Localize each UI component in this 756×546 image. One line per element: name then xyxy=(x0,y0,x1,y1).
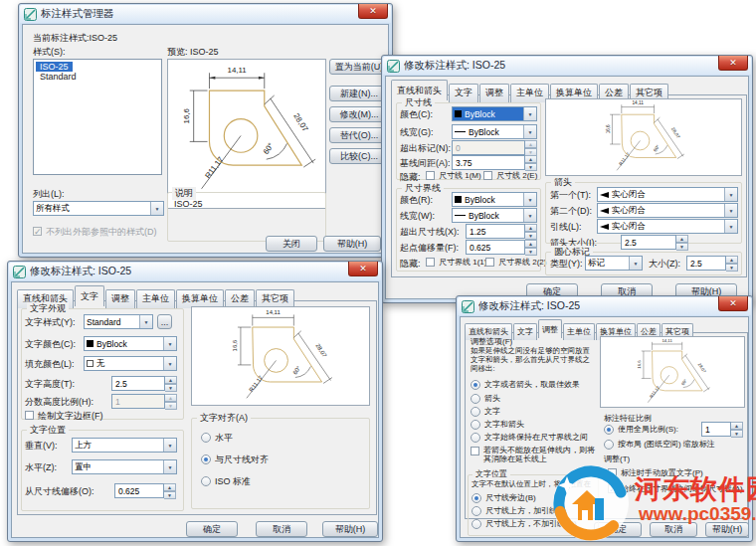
tab[interactable]: 主单位 xyxy=(136,289,175,308)
arrow-size-spinner[interactable]: 2.5 ▲▼ xyxy=(621,235,688,250)
chevron-down-icon[interactable]: ▼ xyxy=(523,125,536,138)
help-button[interactable]: 帮助(H) xyxy=(323,236,381,252)
suppress-ext-line1-checkbox[interactable]: 尺寸界线 1(1) xyxy=(426,257,486,268)
center-mark-size-spinner[interactable]: 2.5 ▲▼ xyxy=(686,256,738,271)
suppress-dim-line2-checkbox[interactable]: 尺寸线 2(E) xyxy=(483,170,537,181)
dim-line-color-select[interactable]: ByBlock ▼ xyxy=(452,106,537,121)
titlebar[interactable]: 修改标注样式: ISO-25 xyxy=(383,57,751,75)
spinner-value[interactable]: 0.625 xyxy=(466,240,525,255)
titlebar[interactable]: 修改标注样式: ISO-25 xyxy=(9,263,381,280)
help-button[interactable]: 帮助(H) xyxy=(322,521,378,537)
chevron-down-icon[interactable]: ▼ xyxy=(163,460,176,473)
chevron-down-icon[interactable]: ▼ xyxy=(523,107,536,120)
baseline-spacing-spinner[interactable]: 3.75 ▲▼ xyxy=(452,155,537,170)
radio-selected-icon[interactable] xyxy=(201,455,211,464)
ext-beyond-spinner[interactable]: 1.25 ▲▼ xyxy=(466,224,537,239)
up-down-triangles-icon[interactable]: ▲▼ xyxy=(164,483,176,498)
checkbox-icon[interactable] xyxy=(25,411,34,420)
styles-listbox[interactable]: ISO-25Standard xyxy=(33,59,162,175)
radio-icon[interactable] xyxy=(471,433,480,443)
radio-icon[interactable] xyxy=(201,433,211,443)
scale-layout-radio[interactable]: 按布局 (图纸空间) 缩放标注 xyxy=(604,439,715,450)
chevron-down-icon[interactable]: ▼ xyxy=(724,220,737,233)
set-current-button[interactable]: 置为当前(U) xyxy=(329,59,389,75)
up-down-triangles-icon[interactable]: ▲▼ xyxy=(676,235,688,250)
fill-color-select[interactable]: 无 ▼ xyxy=(84,356,177,371)
tab[interactable]: 文字 xyxy=(449,84,478,102)
align-with-dimline-radio[interactable]: 与尺寸线对齐 xyxy=(201,454,269,466)
close-icon[interactable]: ✕ xyxy=(358,4,388,19)
tab[interactable]: 调整 xyxy=(105,289,135,308)
chevron-down-icon[interactable]: ▼ xyxy=(523,209,536,222)
origin-offset-spinner[interactable]: 0.625 ▲▼ xyxy=(466,240,537,255)
fit-best-radio[interactable]: 文字或者箭头，取最佳效果 xyxy=(471,379,580,390)
draw-frame-checkbox[interactable]: 绘制文字边框(F) xyxy=(25,410,103,423)
chevron-down-icon[interactable]: ▼ xyxy=(629,257,642,270)
text-style-browse-button[interactable]: ... xyxy=(157,314,172,329)
radio-icon[interactable] xyxy=(604,440,614,450)
chevron-down-icon[interactable]: ▼ xyxy=(523,193,536,206)
up-down-triangles-icon[interactable]: ▲▼ xyxy=(731,422,743,437)
checkbox-icon[interactable] xyxy=(471,447,479,455)
fit-both-radio[interactable]: 文字和箭头 xyxy=(471,419,524,430)
radio-icon[interactable] xyxy=(472,519,481,529)
chevron-down-icon[interactable]: ▼ xyxy=(163,357,176,370)
tab[interactable]: 主单位 xyxy=(563,323,595,340)
suppress-dim-line1-checkbox[interactable]: 尺寸线 1(M) xyxy=(426,170,481,181)
ok-button[interactable]: 确定 xyxy=(186,521,238,537)
fit-keep-between-radio[interactable]: 文字始终保持在尺寸界线之间 xyxy=(471,432,588,443)
spinner-value[interactable]: 0 xyxy=(452,140,525,155)
checkbox-icon[interactable] xyxy=(426,171,435,180)
chevron-down-icon[interactable]: ▼ xyxy=(163,439,176,452)
up-down-triangles-icon[interactable]: ▲▼ xyxy=(525,155,537,170)
tab-strip[interactable]: 直线和箭头文字调整主单位换算单位公差其它项 xyxy=(465,318,694,338)
close-button[interactable]: 关闭 xyxy=(266,236,317,252)
up-down-triangles-icon[interactable]: ▲▼ xyxy=(525,224,537,239)
up-down-triangles-icon[interactable]: ▲▼ xyxy=(726,256,738,271)
ext-line-color-select[interactable]: ByBlock ▼ xyxy=(452,192,537,207)
text-color-select[interactable]: ByBlock ▼ xyxy=(84,336,177,351)
style-list-item[interactable]: Standard xyxy=(36,72,81,82)
leader-arrow-select[interactable]: 实心闭合 ▼ xyxy=(597,219,738,234)
fit-arrows-radio[interactable]: 箭头 xyxy=(471,393,500,404)
cancel-button[interactable]: 取消 xyxy=(256,521,307,537)
close-icon[interactable]: ✕ xyxy=(718,56,748,71)
checkbox-icon[interactable] xyxy=(483,171,492,180)
tab[interactable]: 调整 xyxy=(538,319,562,338)
override-button[interactable]: 替代(O)... xyxy=(329,127,389,143)
text-height-spinner[interactable]: 2.5 ▲▼ xyxy=(111,376,177,391)
spinner-value[interactable]: 1.25 xyxy=(466,224,525,239)
radio-icon[interactable] xyxy=(471,420,480,430)
style-list-item[interactable]: ISO-25 xyxy=(36,62,73,72)
new-button[interactable]: 新建(N)... xyxy=(329,86,389,101)
first-arrow-select[interactable]: 实心闭合 ▼ xyxy=(597,187,738,202)
scale-global-radio[interactable]: 使用全局比例(S): xyxy=(604,424,678,435)
tab[interactable]: 主单位 xyxy=(510,84,549,102)
spinner-value[interactable]: 2.5 xyxy=(111,376,165,391)
second-arrow-select[interactable]: 实心闭合 ▼ xyxy=(597,203,738,218)
checkbox-checked-icon[interactable]: ✓ xyxy=(33,227,42,236)
radio-icon[interactable] xyxy=(472,506,481,516)
up-down-triangles-icon[interactable]: ▲▼ xyxy=(165,394,177,409)
chevron-down-icon[interactable]: ▼ xyxy=(163,337,176,350)
hide-xref-checkbox[interactable]: ✓ 不列出外部参照中的样式(D) xyxy=(33,226,157,239)
up-down-triangles-icon[interactable]: ▲▼ xyxy=(165,376,177,391)
up-down-triangles-icon[interactable]: ▲▼ xyxy=(525,140,537,155)
pos-beside-radio[interactable]: 尺寸线旁边(B) xyxy=(472,492,536,503)
extend-ticks-spinner[interactable]: 0 ▲▼ xyxy=(452,140,537,155)
tab[interactable]: 文字 xyxy=(75,285,104,306)
radio-selected-icon[interactable] xyxy=(604,425,614,435)
spinner-value[interactable]: 2.5 xyxy=(621,235,676,250)
tab[interactable]: 调整 xyxy=(479,84,509,102)
radio-selected-icon[interactable] xyxy=(472,493,481,503)
suppress-ext-line2-checkbox[interactable]: 尺寸界线 2(2) xyxy=(485,257,546,268)
radio-icon[interactable] xyxy=(201,476,211,486)
spinner-value[interactable]: 2.5 xyxy=(686,256,726,271)
titlebar[interactable]: 标注样式管理器 xyxy=(20,5,391,23)
compare-button[interactable]: 比较(C)... xyxy=(329,148,389,164)
chevron-down-icon[interactable]: ▼ xyxy=(724,204,737,217)
checkbox-icon[interactable] xyxy=(426,258,435,267)
radio-icon[interactable] xyxy=(471,407,480,417)
close-icon[interactable]: ✕ xyxy=(348,262,378,276)
spinner-value[interactable]: 1 xyxy=(701,422,731,437)
